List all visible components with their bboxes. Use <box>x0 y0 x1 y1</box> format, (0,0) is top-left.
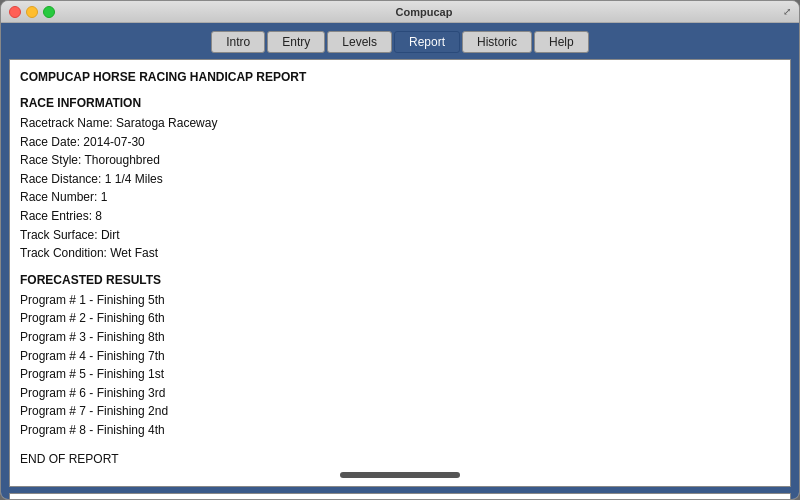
race-distance-line: Race Distance: 1 1/4 Miles <box>20 170 780 189</box>
race-info-header: RACE INFORMATION <box>20 94 780 112</box>
result-5: Program # 5 - Finishing 1st <box>20 365 780 384</box>
expand-icon[interactable]: ⤢ <box>783 6 791 17</box>
navbar: Intro Entry Levels Report Historic Help <box>9 31 791 53</box>
notes-area: NOTES: <box>9 493 791 500</box>
minimize-button[interactable] <box>26 6 38 18</box>
tab-levels[interactable]: Levels <box>327 31 392 53</box>
result-4: Program # 4 - Finishing 7th <box>20 347 780 366</box>
race-style-line: Race Style: Thoroughbred <box>20 151 780 170</box>
track-surface-line: Track Surface: Dirt <box>20 226 780 245</box>
race-date-line: Race Date: 2014-07-30 <box>20 133 780 152</box>
tab-report[interactable]: Report <box>394 31 460 53</box>
window-title: Compucap <box>65 6 783 18</box>
result-7: Program # 7 - Finishing 2nd <box>20 402 780 421</box>
app-window: Compucap ⤢ Intro Entry Levels Report His… <box>0 0 800 500</box>
race-entries-line: Race Entries: 8 <box>20 207 780 226</box>
tab-intro[interactable]: Intro <box>211 31 265 53</box>
scrollbar-indicator <box>340 472 460 478</box>
result-3: Program # 3 - Finishing 8th <box>20 328 780 347</box>
traffic-lights <box>9 6 55 18</box>
race-number-line: Race Number: 1 <box>20 188 780 207</box>
tab-entry[interactable]: Entry <box>267 31 325 53</box>
titlebar: Compucap ⤢ <box>1 1 799 23</box>
end-of-report: END OF REPORT <box>20 450 780 469</box>
track-condition-line: Track Condition: Wet Fast <box>20 244 780 263</box>
forecasted-header: FORECASTED RESULTS <box>20 271 780 289</box>
tab-historic[interactable]: Historic <box>462 31 532 53</box>
zoom-button[interactable] <box>43 6 55 18</box>
report-area: COMPUCAP HORSE RACING HANDICAP REPORT RA… <box>9 59 791 487</box>
racetrack-line: Racetrack Name: Saratoga Raceway <box>20 114 780 133</box>
result-2: Program # 2 - Finishing 6th <box>20 309 780 328</box>
tab-help[interactable]: Help <box>534 31 589 53</box>
result-6: Program # 6 - Finishing 3rd <box>20 384 780 403</box>
close-button[interactable] <box>9 6 21 18</box>
window-body: Intro Entry Levels Report Historic Help … <box>1 23 799 500</box>
result-1: Program # 1 - Finishing 5th <box>20 291 780 310</box>
result-8: Program # 8 - Finishing 4th <box>20 421 780 440</box>
report-title: COMPUCAP HORSE RACING HANDICAP REPORT <box>20 68 780 86</box>
